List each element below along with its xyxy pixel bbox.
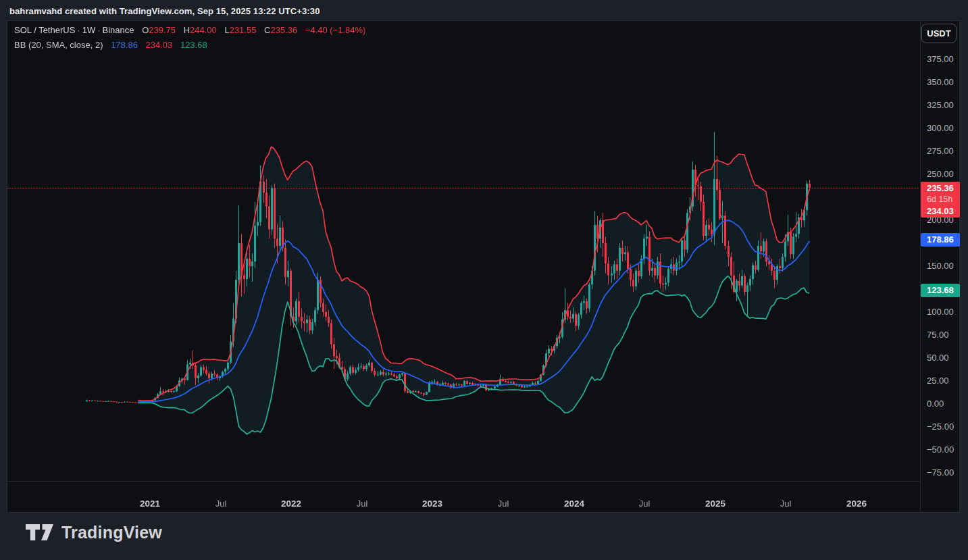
tradingview-logo-icon [26,522,54,542]
currency-toggle-button[interactable]: USDT [921,24,957,43]
price-tick-label: 250.00 [927,169,954,179]
price-tick-label: 25.00 [927,376,949,386]
last-price-value: 235.36 [927,182,960,194]
price-tick-label: 300.00 [927,123,954,133]
legend-dot: · [75,25,82,35]
symbol-legend: SOL / TetherUS·1W·Binance O239.75 H244.0… [14,25,365,35]
tradingview-logo[interactable]: TradingView [26,522,162,542]
tradingview-logo-text: TradingView [61,523,162,542]
price-tick-label: −50.00 [927,444,954,455]
tradingview-snapshot: bahramvahd created with TradingView.com,… [0,0,968,560]
time-tick-year: 2023 [422,499,442,509]
price-tick-label: 325.00 [927,100,954,110]
change-value: −4.40 (−1.84%) [305,25,366,35]
price-tick-label: 0.00 [927,399,944,409]
time-tick-month: Jul [780,499,792,509]
price-tick-label: 375.00 [927,54,954,64]
time-tick-year: 2024 [564,499,584,509]
time-tick-year: 2022 [281,499,301,509]
time-tick-year: 2021 [140,499,160,509]
bb-lower-axis-label: 123.68 [921,284,960,297]
price-axis[interactable]: 375.00350.00325.00300.00275.00250.00200.… [921,20,960,481]
attribution-text: bahramvahd created with TradingView.com,… [9,6,320,16]
indicator-legend: BB (20, SMA, close, 2) 178.86 234.03 123… [14,40,207,50]
bb-upper-axis-label: 234.03 [927,205,960,217]
symbol-name: SOL / TetherUS [14,25,75,35]
high-letter: H [184,25,190,35]
last-price-badge: 235.36 6d 15h 234.03 [921,182,960,218]
open-value: 239.75 [149,25,176,35]
chart-panel: SOL / TetherUS·1W·Binance O239.75 H244.0… [7,20,960,513]
price-tick-label: 150.00 [927,261,954,271]
price-tick-label: 100.00 [927,307,954,317]
time-axis[interactable]: 2021Jul2022Jul2023Jul2024Jul2025Jul2026 [7,482,920,513]
exchange-label: Binance [103,25,134,35]
price-tick-label: 350.00 [927,77,954,87]
high-value: 244.00 [190,25,217,35]
price-tick-label: 50.00 [927,353,949,363]
bb-lower-value: 123.68 [180,40,207,50]
time-tick-year: 2025 [705,499,725,509]
bottom-bar: TradingView [0,513,968,560]
close-value: 235.36 [270,25,297,35]
time-tick-year: 2026 [846,499,867,509]
open-letter: O [142,25,149,35]
price-tick-label: 275.00 [927,146,954,156]
low-letter: L [224,25,229,35]
indicator-label: BB (20, SMA, close, 2) [14,40,103,50]
bb-upper-value: 234.03 [146,40,173,50]
low-value: 231.55 [230,25,257,35]
price-tick-label: 75.00 [927,330,949,340]
time-tick-month: Jul [215,499,227,509]
bb-basis-axis-label: 178.86 [921,233,960,247]
bb-basis-value: 178.86 [111,40,138,50]
price-tick-label: −75.00 [927,467,954,478]
price-chart-canvas[interactable] [7,20,920,513]
price-tick-label: −25.00 [927,422,954,432]
legend-dot: · [95,25,102,35]
time-tick-month: Jul [639,499,651,509]
time-tick-month: Jul [498,499,509,509]
interval-label: 1W [82,25,96,35]
bar-close-countdown: 6d 15h [927,194,960,205]
time-tick-month: Jul [357,499,368,509]
